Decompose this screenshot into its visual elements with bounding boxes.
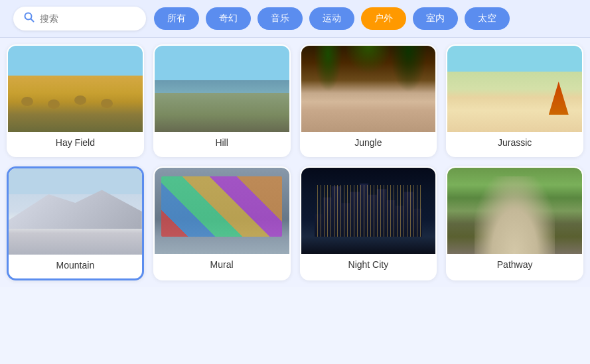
card-grid: Hay Field Hill Jungle Jurassic Mountain …	[7, 44, 583, 280]
card-pathway[interactable]: Pathway	[446, 166, 583, 280]
filter-tab-music[interactable]: 音乐	[258, 7, 303, 30]
filter-tabs: 所有 奇幻 音乐 运动 户外 室内 太空	[154, 7, 510, 30]
card-night-city[interactable]: Night City	[300, 166, 437, 280]
search-icon	[24, 12, 35, 25]
card-hay-field[interactable]: Hay Field	[7, 44, 144, 157]
card-label-night-city: Night City	[301, 254, 436, 271]
svg-line-1	[31, 19, 34, 22]
card-label-mountain: Mountain	[9, 255, 142, 272]
filter-tab-all[interactable]: 所有	[154, 7, 199, 30]
card-image-night-city	[301, 168, 436, 254]
card-mural[interactable]: Mural	[153, 166, 291, 280]
card-label-jungle: Jungle	[301, 132, 436, 149]
card-jurassic[interactable]: Jurassic	[446, 44, 583, 157]
card-jungle[interactable]: Jungle	[300, 44, 437, 157]
filter-tab-space[interactable]: 太空	[465, 7, 510, 30]
card-image-hill	[155, 46, 289, 132]
filter-tab-fantasy[interactable]: 奇幻	[206, 7, 251, 30]
card-image-jungle	[301, 46, 436, 132]
card-label-hill: Hill	[155, 132, 289, 149]
card-image-mountain	[9, 168, 142, 255]
search-box[interactable]	[13, 7, 146, 30]
card-label-pathway: Pathway	[447, 254, 582, 271]
card-image-jurassic	[447, 46, 582, 132]
top-bar: 所有 奇幻 音乐 运动 户外 室内 太空	[0, 0, 590, 38]
card-mountain[interactable]: Mountain	[7, 166, 144, 280]
search-input[interactable]	[40, 13, 135, 24]
card-label-mural: Mural	[155, 254, 289, 271]
filter-tab-sports[interactable]: 运动	[309, 7, 354, 30]
filter-tab-outdoor[interactable]: 户外	[361, 7, 406, 30]
card-image-pathway	[447, 168, 582, 254]
card-image-mural	[155, 168, 289, 254]
card-image-hay-field	[8, 46, 143, 132]
filter-tab-indoor[interactable]: 室内	[413, 7, 458, 30]
card-label-jurassic: Jurassic	[447, 132, 582, 149]
main-content: Hay Field Hill Jungle Jurassic Mountain …	[0, 38, 590, 287]
card-hill[interactable]: Hill	[153, 44, 291, 157]
card-label-hay-field: Hay Field	[8, 132, 143, 149]
